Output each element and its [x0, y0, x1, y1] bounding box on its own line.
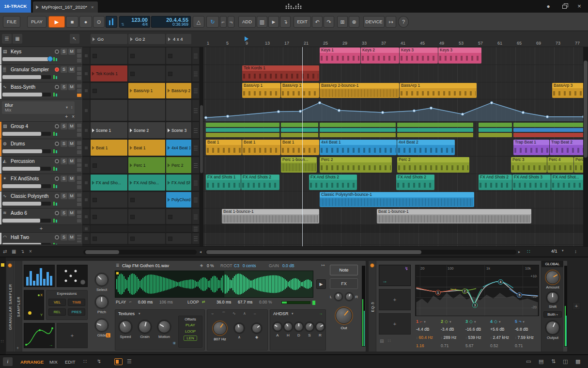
record-arm-button[interactable]	[55, 159, 59, 163]
track-name[interactable]: Bass-Synth	[11, 84, 51, 90]
track-row[interactable]: ≋Audio 6SM	[0, 208, 82, 225]
track-name[interactable]: Hall Two	[11, 235, 51, 240]
expression-button-rel[interactable]: REL	[48, 308, 66, 316]
volume-slider[interactable]	[2, 219, 51, 223]
expression-button-pres[interactable]: PRES	[68, 308, 85, 316]
sample-preview-button[interactable]: ▶	[316, 279, 326, 289]
track-row[interactable]: ◭PercussionSM	[0, 157, 82, 174]
arranger-track-lane[interactable]: BassArp 1BassArp 1BassArp 2-bounce-1Bass…	[203, 82, 583, 99]
empty-clip-slot[interactable]	[128, 65, 165, 81]
empty-clip-slot[interactable]	[91, 192, 127, 208]
arranger-clip[interactable]: BassArp 2-bounce-1	[320, 83, 399, 98]
track-row[interactable]: ▒Granular SamplerSM	[0, 65, 82, 82]
eq-band-q[interactable]: 0.71	[515, 343, 540, 352]
offset-loop-button[interactable]: LOOP	[179, 329, 202, 334]
arranger-track-lane[interactable]: Beat 1Beat 1Beat 14x4 Beat 14x4 Beat 2Tr…	[203, 139, 583, 157]
clear-icon[interactable]: ×	[29, 249, 32, 254]
arranger-clip[interactable]: Perc 2	[397, 157, 469, 173]
empty-clip-slot[interactable]	[128, 48, 165, 64]
eq-band-q[interactable]: 0.52	[490, 343, 515, 352]
arranger-hscrollbar[interactable]	[205, 250, 516, 255]
solo-button[interactable]: S	[61, 48, 67, 55]
arranger-vertical-scrollbar[interactable]	[583, 47, 588, 246]
clip-stop-button[interactable]	[83, 48, 90, 64]
mix-knob[interactable]	[252, 323, 262, 333]
arranger-track-lane[interactable]: Tek Kords 1	[203, 65, 583, 82]
empty-clip-slot[interactable]	[128, 209, 165, 224]
eq-band-header[interactable]: 3◇▾	[465, 319, 490, 327]
timeline-ruler[interactable]: 1591317212529333741454953576165697377	[203, 31, 583, 47]
lane-options-icon[interactable]	[192, 65, 199, 81]
track-options[interactable]	[77, 210, 81, 223]
automation-lane-selector[interactable]: BlurMix▾↕	[2, 101, 75, 114]
note-tab[interactable]: Note	[330, 265, 358, 275]
arranger-track-lane[interactable]: Perc 1-boun...Perc 2Perc 2Perc 3Perc 4Pe…	[203, 157, 583, 174]
track-options[interactable]	[77, 84, 81, 97]
arranger-clip[interactable]: Classic Polysynth-bounce-1	[320, 192, 474, 207]
add-button[interactable]: ADD	[238, 16, 256, 28]
mix-view-button[interactable]: MIX	[49, 359, 58, 365]
remove-lane-icon[interactable]: ×	[72, 114, 75, 119]
device-power-button[interactable]	[370, 263, 374, 268]
record-arm-button[interactable]	[55, 176, 59, 181]
arranger-clip[interactable]: Keys 2	[361, 48, 399, 64]
volume-slider[interactable]	[2, 167, 51, 171]
link-icon[interactable]: ↯	[97, 358, 101, 365]
add-lane-icon[interactable]: +	[65, 114, 68, 119]
launcher-clip[interactable]: Perc 2	[166, 157, 191, 173]
track-name[interactable]: Classic Polysynth	[11, 193, 51, 199]
volume-slider[interactable]	[2, 202, 51, 206]
empty-modulator-slot[interactable]: +	[379, 289, 411, 310]
group-clip-summary[interactable]	[397, 123, 473, 137]
solo-button[interactable]: S	[61, 141, 67, 147]
track-menu-icon[interactable]: ☰	[2, 34, 12, 44]
tempo-nudge-icon[interactable]: ⇅	[121, 22, 124, 27]
eq-band-gain[interactable]: +5.6 dB	[490, 327, 515, 335]
follow-toggle-icon[interactable]: ⇄	[3, 249, 7, 254]
loop-start-value[interactable]: 36.0 ms	[217, 300, 231, 304]
loop-mode-icon[interactable]: ⇄	[202, 300, 205, 304]
follow-playhead-icon[interactable]: ►	[268, 16, 279, 28]
add-track-row[interactable]: +	[0, 225, 82, 233]
eq-band-freq[interactable]: ↕289 Hz	[441, 335, 465, 343]
track-name[interactable]: Drums	[11, 141, 51, 146]
steps-modulator[interactable]	[24, 265, 55, 287]
expression-button-timb[interactable]: TIMB	[68, 299, 85, 306]
delete-button[interactable]: ⊗	[349, 16, 359, 28]
display-profile-icon[interactable]: ▭	[526, 358, 531, 365]
clip-stop-button[interactable]	[83, 100, 90, 121]
mapping-panel-icon[interactable]: ◫	[563, 358, 568, 365]
lane-options-icon[interactable]	[192, 157, 199, 173]
arranger-clip[interactable]: Keys 3	[438, 48, 481, 64]
duplicate-button[interactable]: ⊞	[337, 16, 348, 28]
pin-lane-icon[interactable]: ↕	[71, 105, 73, 110]
arranger-clip[interactable]: Beat 1-bounce-1	[377, 209, 531, 224]
mute-button[interactable]: M	[68, 176, 75, 182]
arranger-clip[interactable]: Trap Beat 1	[513, 140, 549, 155]
project-tab-close-icon[interactable]: ×	[91, 4, 94, 10]
detail-panel-icon[interactable]: ▩	[575, 358, 580, 365]
volume-slider[interactable]	[2, 57, 51, 61]
modulation-indicator[interactable]	[1, 263, 4, 267]
env-a-knob[interactable]	[273, 322, 282, 331]
eq-band-freq[interactable]: ↕60.4 Hz	[416, 335, 441, 343]
volume-slider[interactable]	[2, 243, 51, 245]
lanes-toggle-icon[interactable]: ☰	[127, 358, 132, 365]
arranger-clip[interactable]: BassArp 1	[281, 83, 319, 98]
group-clip-summary[interactable]	[281, 123, 318, 137]
empty-clip-slot[interactable]	[128, 233, 165, 244]
track-options[interactable]	[77, 67, 81, 80]
device-name-strip[interactable]: EQ-5	[369, 261, 376, 352]
fx-tab[interactable]: FX	[330, 278, 358, 289]
dual-panel-icon[interactable]: ∷	[83, 358, 87, 365]
env-r-knob[interactable]	[316, 322, 325, 331]
arranger-clip[interactable]: Beat 1-bounce-1	[222, 209, 319, 224]
arranger-clip[interactable]: FX And Shots 3	[512, 175, 551, 190]
project-tab[interactable]: MyProject_16T_2020*×	[33, 1, 98, 13]
window-status-icon[interactable]: ●	[544, 3, 552, 10]
arranger-track-lane[interactable]: FX and Shots 1FX And Shots 2FX And Shots…	[203, 174, 583, 192]
record-arm-button[interactable]	[55, 142, 59, 146]
help-button[interactable]: ?	[398, 16, 409, 28]
group-clip-summary[interactable]	[513, 123, 583, 137]
clip-stop-button[interactable]	[83, 122, 90, 138]
